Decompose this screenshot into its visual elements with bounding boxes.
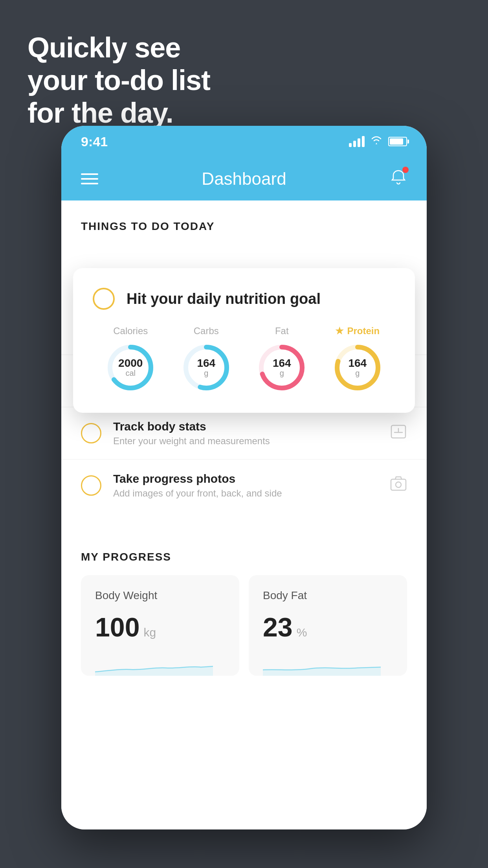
- body-weight-value-row: 100 kg: [95, 614, 225, 640]
- things-header: THINGS TO DO TODAY: [61, 200, 427, 245]
- todo-title-bodystats: Track body stats: [113, 420, 378, 433]
- hero-line1: Quickly see: [28, 31, 210, 64]
- progress-section: MY PROGRESS Body Weight 100 kg: [61, 531, 427, 676]
- body-weight-chart: [95, 652, 225, 676]
- body-fat-chart: [263, 652, 393, 676]
- body-fat-value-row: 23 %: [263, 614, 393, 640]
- signal-icon: [349, 136, 365, 147]
- progress-title: MY PROGRESS: [81, 551, 407, 563]
- battery-icon: [388, 137, 407, 146]
- todo-item-photos[interactable]: Take progress photos Add images of your …: [61, 459, 427, 511]
- check-circle[interactable]: [93, 288, 115, 310]
- carbs-donut: 164 g: [181, 342, 232, 393]
- body-weight-card[interactable]: Body Weight 100 kg: [81, 575, 239, 676]
- body-weight-title: Body Weight: [95, 589, 225, 602]
- carbs-label: Carbs: [194, 326, 219, 337]
- body-weight-value: 100: [95, 614, 139, 640]
- todo-item-bodystats[interactable]: Track body stats Enter your weight and m…: [61, 407, 427, 459]
- body-fat-title: Body Fat: [263, 589, 393, 602]
- nutrition-protein: ★ Protein 164 g: [332, 326, 383, 393]
- svg-rect-10: [391, 479, 406, 490]
- progress-cards: Body Weight 100 kg Body Fat: [81, 575, 407, 676]
- protein-label: ★ Protein: [335, 326, 380, 337]
- photo-icon: [390, 476, 407, 495]
- todo-circle-photos: [81, 475, 101, 496]
- phone-mockup: 9:41 Da: [61, 126, 427, 829]
- status-bar: 9:41: [61, 126, 427, 157]
- nutrition-fat: Fat 164 g: [256, 326, 307, 393]
- fat-donut: 164 g: [256, 342, 307, 393]
- todo-text-photos: Take progress photos Add images of your …: [113, 472, 378, 499]
- hero-line3: for the day.: [28, 97, 210, 129]
- wifi-icon: [370, 135, 383, 148]
- svg-point-11: [396, 482, 401, 487]
- app-header: Dashboard: [61, 157, 427, 200]
- scale-icon: [390, 424, 407, 443]
- protein-donut: 164 g: [332, 342, 383, 393]
- app-content: THINGS TO DO TODAY Hit your daily nutrit…: [61, 200, 427, 829]
- body-fat-value: 23: [263, 614, 293, 640]
- todo-circle-bodystats: [81, 423, 101, 443]
- body-fat-card[interactable]: Body Fat 23 %: [249, 575, 407, 676]
- notification-badge: [402, 167, 409, 173]
- notifications-button[interactable]: [390, 168, 407, 189]
- nutrition-circles: Calories 2000 cal: [93, 326, 395, 393]
- nutrition-carbs: Carbs 164 g: [181, 326, 232, 393]
- calories-donut: 2000 cal: [105, 342, 156, 393]
- nutrition-card: Hit your daily nutrition goal Calories 2: [73, 268, 415, 413]
- status-time: 9:41: [81, 134, 108, 149]
- nutrition-card-title: Hit your daily nutrition goal: [127, 291, 321, 307]
- calories-label: Calories: [113, 326, 148, 337]
- hero-line2: your to-do list: [28, 64, 210, 97]
- header-title: Dashboard: [202, 169, 286, 189]
- body-weight-unit: kg: [143, 626, 156, 639]
- hero-text: Quickly see your to-do list for the day.: [28, 31, 210, 129]
- todo-title-photos: Take progress photos: [113, 472, 378, 485]
- status-icons: [349, 135, 407, 148]
- menu-button[interactable]: [81, 173, 98, 184]
- todo-subtitle-photos: Add images of your front, back, and side: [113, 488, 378, 499]
- todo-subtitle-bodystats: Enter your weight and measurements: [113, 436, 378, 447]
- nutrition-calories: Calories 2000 cal: [105, 326, 156, 393]
- body-fat-unit: %: [297, 626, 307, 639]
- fat-label: Fat: [275, 326, 289, 337]
- todo-text-bodystats: Track body stats Enter your weight and m…: [113, 420, 378, 447]
- star-icon: ★: [335, 326, 344, 337]
